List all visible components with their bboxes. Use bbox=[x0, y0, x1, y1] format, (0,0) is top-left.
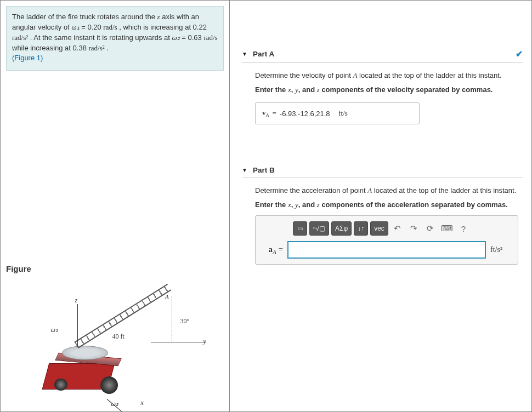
w1-var: ω₁ bbox=[71, 23, 79, 31]
problem-text: . At the same instant it is rotating upw… bbox=[28, 33, 172, 42]
template-button[interactable]: ▭ bbox=[293, 221, 307, 236]
w1-unit: rad/s bbox=[103, 23, 117, 31]
part-a-instruction1: Determine the velocity of point A locate… bbox=[255, 71, 523, 81]
figure-section: Figure z y x A ω₁ ω₂ 30° 40 ft bbox=[1, 259, 229, 411]
w2-unit: rad/s bbox=[203, 33, 217, 42]
figure-title: Figure bbox=[6, 264, 224, 273]
y-axis bbox=[151, 342, 206, 342]
w2-val: = 0.63 bbox=[180, 33, 204, 42]
part-a-answer-box: vA = -6.93,-12.6,21.8 ft/s bbox=[255, 102, 420, 124]
part-b-input-row: aA = ft/s² bbox=[261, 241, 512, 259]
label-w2: ω₂ bbox=[111, 400, 118, 408]
z-axis bbox=[77, 304, 78, 347]
equals: = bbox=[272, 109, 276, 118]
part-a-title: Part A bbox=[253, 50, 274, 58]
angle-dash bbox=[172, 296, 172, 341]
part-b-unit: ft/s² bbox=[490, 245, 512, 254]
label-length: 40 ft bbox=[112, 333, 124, 341]
vector-button[interactable]: vec bbox=[370, 221, 388, 236]
undo-icon[interactable]: ↶ bbox=[390, 221, 405, 236]
label-w1: ω₁ bbox=[51, 326, 58, 334]
w1-val: = 0.20 bbox=[80, 23, 104, 31]
part-b-answer-panel: ▭ ⁿ√▢ ΑΣφ ↓↑ vec ↶ ↷ ⟳ ⌨ ? aA = ft/s² bbox=[255, 215, 518, 265]
right-pane: ▼ Part A ✔ Determine the velocity of poi… bbox=[230, 1, 531, 411]
redo-icon[interactable]: ↷ bbox=[407, 221, 421, 236]
problem-text: , which is increasing at 0.22 bbox=[117, 23, 207, 31]
label-angle: 30° bbox=[180, 317, 190, 325]
part-b-body: Determine the acceleration of point A lo… bbox=[242, 178, 523, 265]
figure-link[interactable]: (Figure 1) bbox=[12, 54, 43, 62]
aA-label: aA = bbox=[261, 245, 283, 255]
problem-statement: The ladder of the fire truck rotates aro… bbox=[6, 6, 224, 71]
caret-down-icon: ▼ bbox=[242, 51, 247, 57]
part-b-title: Part B bbox=[253, 166, 275, 174]
label-z: z bbox=[75, 296, 78, 305]
greek-button[interactable]: ΑΣφ bbox=[331, 221, 352, 236]
figure-image: z y x A ω₁ ω₂ 30° 40 ft bbox=[25, 280, 206, 406]
problem-text: . bbox=[105, 44, 109, 52]
subscript-button[interactable]: ↓↑ bbox=[354, 221, 368, 236]
keyboard-icon[interactable]: ⌨ bbox=[440, 221, 454, 236]
checkmark-icon: ✔ bbox=[516, 49, 523, 59]
part-a-instruction2: Enter the x, y, and z components of the … bbox=[255, 85, 523, 95]
problem-text: The ladder of the fire truck rotates aro… bbox=[12, 13, 157, 21]
part-b-instruction1: Determine the acceleration of point A lo… bbox=[255, 186, 523, 196]
wheel-icon bbox=[54, 379, 67, 391]
label-A: A bbox=[165, 293, 169, 301]
problem-text: while increasing at 0.38 bbox=[12, 44, 88, 52]
x-axis bbox=[106, 399, 133, 412]
caret-down-icon: ▼ bbox=[242, 167, 247, 173]
reset-icon[interactable]: ⟳ bbox=[423, 221, 438, 236]
help-icon[interactable]: ? bbox=[456, 221, 471, 236]
part-a-body: Determine the velocity of point A locate… bbox=[242, 63, 523, 124]
part-b-instruction2: Enter the x, y, and z components of the … bbox=[255, 200, 523, 210]
part-a: ▼ Part A ✔ Determine the velocity of poi… bbox=[242, 45, 523, 124]
wheel-icon bbox=[100, 376, 118, 394]
part-b-header[interactable]: ▼ Part B bbox=[242, 163, 523, 178]
vA-label: vA bbox=[262, 108, 269, 118]
turntable bbox=[62, 346, 108, 360]
w2-var: ω₂ bbox=[172, 33, 179, 42]
left-pane: The ladder of the fire truck rotates aro… bbox=[1, 1, 230, 411]
acc-unit2: rad/s² bbox=[88, 44, 104, 52]
part-a-unit: ft/s bbox=[338, 109, 348, 118]
part-a-answer-value: -6.93,-12.6,21.8 bbox=[280, 110, 330, 118]
equation-toolbar: ▭ ⁿ√▢ ΑΣφ ↓↑ vec ↶ ↷ ⟳ ⌨ ? bbox=[261, 221, 512, 236]
part-b: ▼ Part B Determine the acceleration of p… bbox=[242, 163, 523, 265]
label-y: y bbox=[203, 337, 206, 346]
part-b-answer-input[interactable] bbox=[287, 241, 486, 259]
part-a-header[interactable]: ▼ Part A ✔ bbox=[242, 45, 523, 63]
label-x: x bbox=[141, 399, 144, 407]
acc-unit: rad/s² bbox=[12, 33, 28, 42]
root-button[interactable]: ⁿ√▢ bbox=[309, 221, 329, 236]
